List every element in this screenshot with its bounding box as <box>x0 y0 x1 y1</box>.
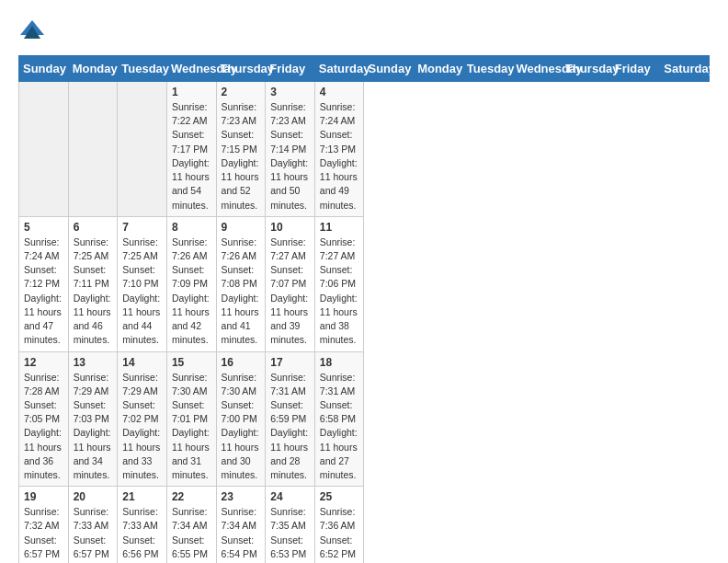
day-info: Sunrise: 7:30 AMSunset: 7:00 PMDaylight:… <box>222 371 261 483</box>
logo-icon <box>18 18 46 46</box>
day-number: 8 <box>172 221 211 234</box>
day-info: Sunrise: 7:29 AMSunset: 7:02 PMDaylight:… <box>122 371 162 483</box>
day-header-saturday: Saturday <box>660 56 710 82</box>
day-number: 21 <box>122 490 162 503</box>
calendar-cell: 7Sunrise: 7:25 AMSunset: 7:10 PMDaylight… <box>118 216 167 351</box>
day-header-wednesday: Wednesday <box>512 56 562 82</box>
day-number: 3 <box>270 86 310 98</box>
day-info: Sunrise: 7:24 AMSunset: 7:13 PMDaylight:… <box>320 100 359 213</box>
day-header-wednesday: Wednesday <box>166 56 216 82</box>
day-info: Sunrise: 7:28 AMSunset: 7:05 PMDaylight:… <box>24 371 63 483</box>
day-info: Sunrise: 7:29 AMSunset: 7:03 PMDaylight:… <box>74 371 113 483</box>
day-header-tuesday: Tuesday <box>118 56 167 82</box>
calendar-cell: 24Sunrise: 7:35 AMSunset: 6:53 PMDayligh… <box>266 487 315 563</box>
calendar-cell <box>118 82 167 217</box>
day-info: Sunrise: 7:31 AMSunset: 6:59 PMDaylight:… <box>270 371 310 483</box>
day-header-friday: Friday <box>266 56 315 82</box>
calendar-week-3: 12Sunrise: 7:28 AMSunset: 7:05 PMDayligh… <box>19 351 710 487</box>
day-number: 15 <box>172 356 211 369</box>
calendar-cell: 1Sunrise: 7:22 AMSunset: 7:17 PMDaylight… <box>166 82 216 217</box>
calendar-week-2: 5Sunrise: 7:24 AMSunset: 7:12 PMDaylight… <box>19 216 710 351</box>
calendar-cell: 18Sunrise: 7:31 AMSunset: 6:58 PMDayligh… <box>314 351 364 487</box>
calendar-cell <box>68 82 118 217</box>
calendar-cell: 16Sunrise: 7:30 AMSunset: 7:00 PMDayligh… <box>216 351 266 487</box>
day-number: 22 <box>172 490 211 503</box>
day-number: 19 <box>24 490 63 503</box>
calendar-cell <box>19 82 69 217</box>
day-number: 17 <box>270 356 310 369</box>
day-info: Sunrise: 7:24 AMSunset: 7:12 PMDaylight:… <box>24 236 63 348</box>
day-number: 9 <box>222 221 261 234</box>
day-header-friday: Friday <box>610 56 660 82</box>
day-info: Sunrise: 7:35 AMSunset: 6:53 PMDaylight:… <box>270 505 310 563</box>
calendar-cell: 21Sunrise: 7:33 AMSunset: 6:56 PMDayligh… <box>118 487 167 563</box>
day-number: 16 <box>222 356 261 369</box>
calendar-header-row: SundayMondayTuesdayWednesdayThursdayFrid… <box>19 56 710 82</box>
day-number: 23 <box>222 490 261 503</box>
day-info: Sunrise: 7:23 AMSunset: 7:15 PMDaylight:… <box>222 100 261 213</box>
day-number: 25 <box>320 490 359 503</box>
day-info: Sunrise: 7:27 AMSunset: 7:06 PMDaylight:… <box>320 236 359 348</box>
day-info: Sunrise: 7:26 AMSunset: 7:09 PMDaylight:… <box>172 236 211 348</box>
day-header-saturday: Saturday <box>314 56 364 82</box>
calendar-cell: 12Sunrise: 7:28 AMSunset: 7:05 PMDayligh… <box>19 351 69 487</box>
calendar-cell: 6Sunrise: 7:25 AMSunset: 7:11 PMDaylight… <box>68 216 118 351</box>
day-info: Sunrise: 7:33 AMSunset: 6:57 PMDaylight:… <box>74 505 113 563</box>
calendar-cell: 22Sunrise: 7:34 AMSunset: 6:55 PMDayligh… <box>166 487 216 563</box>
day-number: 10 <box>270 221 310 234</box>
calendar-cell: 14Sunrise: 7:29 AMSunset: 7:02 PMDayligh… <box>118 351 167 487</box>
day-info: Sunrise: 7:32 AMSunset: 6:57 PMDaylight:… <box>24 505 63 563</box>
day-number: 4 <box>320 86 359 98</box>
calendar-cell: 5Sunrise: 7:24 AMSunset: 7:12 PMDaylight… <box>19 216 69 351</box>
calendar-cell: 15Sunrise: 7:30 AMSunset: 7:01 PMDayligh… <box>166 351 216 487</box>
day-header-thursday: Thursday <box>562 56 611 82</box>
calendar-cell: 3Sunrise: 7:23 AMSunset: 7:14 PMDaylight… <box>266 82 315 217</box>
day-number: 11 <box>320 221 359 234</box>
calendar-cell: 20Sunrise: 7:33 AMSunset: 6:57 PMDayligh… <box>68 487 118 563</box>
calendar-cell: 10Sunrise: 7:27 AMSunset: 7:07 PMDayligh… <box>266 216 315 351</box>
calendar-week-4: 19Sunrise: 7:32 AMSunset: 6:57 PMDayligh… <box>19 487 710 563</box>
logo <box>18 18 50 46</box>
day-header-sunday: Sunday <box>19 56 69 82</box>
day-header-monday: Monday <box>414 56 463 82</box>
day-number: 12 <box>24 356 63 369</box>
calendar-cell: 13Sunrise: 7:29 AMSunset: 7:03 PMDayligh… <box>68 351 118 487</box>
day-number: 7 <box>122 221 162 234</box>
calendar-cell: 2Sunrise: 7:23 AMSunset: 7:15 PMDaylight… <box>216 82 266 217</box>
day-info: Sunrise: 7:25 AMSunset: 7:11 PMDaylight:… <box>74 236 113 348</box>
day-number: 24 <box>270 490 310 503</box>
day-number: 20 <box>74 490 113 503</box>
day-info: Sunrise: 7:22 AMSunset: 7:17 PMDaylight:… <box>172 100 211 213</box>
calendar-table: SundayMondayTuesdayWednesdayThursdayFrid… <box>18 55 710 563</box>
calendar-week-1: 1Sunrise: 7:22 AMSunset: 7:17 PMDaylight… <box>19 82 710 217</box>
day-number: 1 <box>172 86 211 98</box>
calendar-cell: 9Sunrise: 7:26 AMSunset: 7:08 PMDaylight… <box>216 216 266 351</box>
calendar-cell: 8Sunrise: 7:26 AMSunset: 7:09 PMDaylight… <box>166 216 216 351</box>
day-header-thursday: Thursday <box>216 56 266 82</box>
day-info: Sunrise: 7:31 AMSunset: 6:58 PMDaylight:… <box>320 371 359 483</box>
day-info: Sunrise: 7:23 AMSunset: 7:14 PMDaylight:… <box>270 100 310 213</box>
day-info: Sunrise: 7:27 AMSunset: 7:07 PMDaylight:… <box>270 236 310 348</box>
day-header-monday: Monday <box>68 56 118 82</box>
calendar-cell: 23Sunrise: 7:34 AMSunset: 6:54 PMDayligh… <box>216 487 266 563</box>
calendar-cell: 11Sunrise: 7:27 AMSunset: 7:06 PMDayligh… <box>314 216 364 351</box>
day-number: 13 <box>74 356 113 369</box>
day-info: Sunrise: 7:33 AMSunset: 6:56 PMDaylight:… <box>122 505 162 563</box>
day-number: 2 <box>222 86 261 98</box>
page-header <box>18 18 710 46</box>
day-info: Sunrise: 7:34 AMSunset: 6:54 PMDaylight:… <box>222 505 261 563</box>
calendar-cell: 17Sunrise: 7:31 AMSunset: 6:59 PMDayligh… <box>266 351 315 487</box>
day-number: 6 <box>74 221 113 234</box>
day-info: Sunrise: 7:26 AMSunset: 7:08 PMDaylight:… <box>222 236 261 348</box>
day-info: Sunrise: 7:36 AMSunset: 6:52 PMDaylight:… <box>320 505 359 563</box>
calendar-cell: 19Sunrise: 7:32 AMSunset: 6:57 PMDayligh… <box>19 487 69 563</box>
day-header-tuesday: Tuesday <box>462 56 512 82</box>
day-header-sunday: Sunday <box>364 56 414 82</box>
day-number: 5 <box>24 221 63 234</box>
day-info: Sunrise: 7:25 AMSunset: 7:10 PMDaylight:… <box>122 236 162 348</box>
day-number: 18 <box>320 356 359 369</box>
calendar-cell: 4Sunrise: 7:24 AMSunset: 7:13 PMDaylight… <box>314 82 364 217</box>
day-info: Sunrise: 7:34 AMSunset: 6:55 PMDaylight:… <box>172 505 211 563</box>
day-number: 14 <box>122 356 162 369</box>
day-info: Sunrise: 7:30 AMSunset: 7:01 PMDaylight:… <box>172 371 211 483</box>
